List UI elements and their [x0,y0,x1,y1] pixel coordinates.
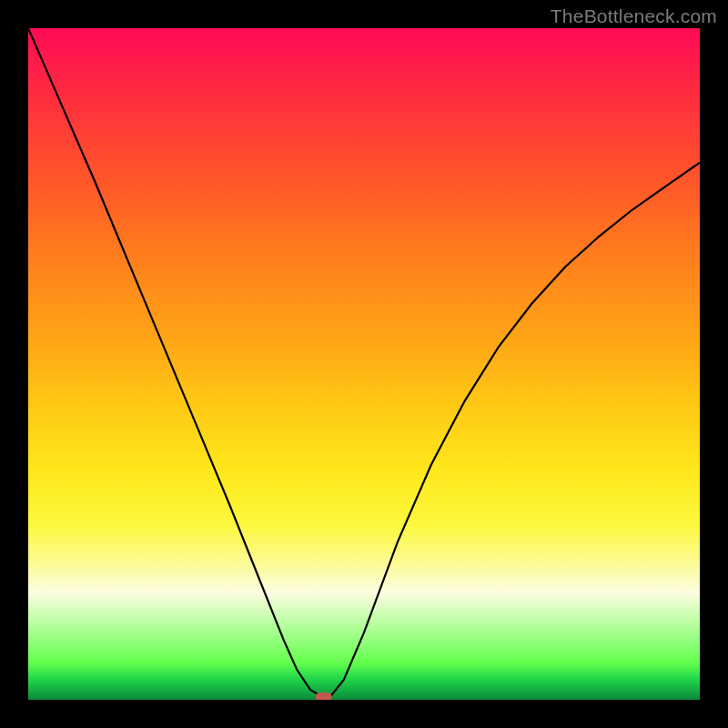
watermark-text: TheBottleneck.com [551,5,717,27]
bottleneck-curve [28,28,700,698]
plot-svg [28,28,700,700]
optimum-marker [316,693,332,700]
plot-area [28,28,700,700]
chart-frame: TheBottleneck.com [0,0,728,728]
